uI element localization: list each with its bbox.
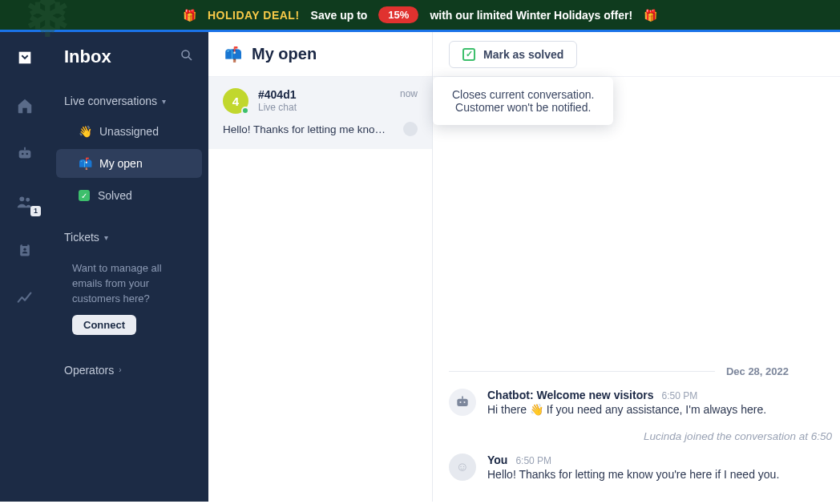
nav-item-label: Unassigned bbox=[99, 125, 159, 138]
tooltip-line1: Closes current conversation. bbox=[452, 88, 594, 101]
svg-point-1 bbox=[22, 153, 24, 155]
banner-deal: HOLIDAY DEAL! bbox=[208, 9, 300, 22]
section-operators[interactable]: Operators › bbox=[50, 356, 208, 385]
nav-item-label: My open bbox=[99, 157, 143, 170]
date-label: Dec 28, 2022 bbox=[726, 365, 789, 377]
svg-point-4 bbox=[19, 196, 24, 201]
svg-point-2 bbox=[26, 153, 28, 155]
bot-avatar bbox=[449, 389, 476, 416]
svg-point-8 bbox=[23, 248, 26, 251]
svg-point-12 bbox=[463, 401, 465, 403]
avatar: 4 bbox=[223, 88, 248, 114]
gift-icon: 🎁 bbox=[644, 9, 657, 22]
analytics-rail-icon[interactable] bbox=[15, 288, 34, 308]
section-label: Tickets bbox=[64, 231, 99, 244]
home-rail-icon[interactable] bbox=[15, 96, 34, 115]
visitors-badge: 1 bbox=[30, 206, 41, 216]
section-live-conversations[interactable]: Live conversations ▾ bbox=[50, 87, 208, 115]
message-time: 6:50 PM bbox=[661, 390, 697, 401]
snowflake-icon: ❄ bbox=[24, 0, 71, 50]
chevron-down-icon: ▾ bbox=[162, 97, 166, 106]
mark-as-solved-button[interactable]: ✓ Mark as solved bbox=[449, 41, 577, 68]
wave-icon: 👋 bbox=[79, 125, 91, 138]
conversation-item[interactable]: 4 #404d1 Live chat now Hello! Thanks for… bbox=[208, 77, 432, 149]
message-text: Hi there 👋 If you need any assistance, I… bbox=[487, 403, 832, 416]
message: ☺ You 6:50 PM Hello! Thanks for letting … bbox=[449, 454, 832, 481]
message-text: Hello! Thanks for letting me know you're… bbox=[487, 468, 832, 481]
section-tickets[interactable]: Tickets ▾ bbox=[50, 223, 208, 252]
message-author: You bbox=[487, 454, 507, 466]
visitors-rail-icon[interactable]: 1 bbox=[15, 192, 34, 212]
mark-solved-label: Mark as solved bbox=[483, 48, 563, 61]
sidebar: Inbox Live conversations ▾ 👋 Unassigned … bbox=[50, 32, 208, 502]
mailbox-icon: 📫 bbox=[224, 46, 242, 63]
svg-point-11 bbox=[459, 401, 461, 403]
conversation-name: #404d1 bbox=[258, 88, 390, 101]
chevron-down-icon: ▾ bbox=[104, 233, 108, 242]
svg-rect-0 bbox=[19, 150, 31, 158]
tickets-hint-box: Want to manage all emails from your cust… bbox=[50, 252, 208, 345]
message-time: 6:50 PM bbox=[515, 455, 551, 466]
tooltip-line2: Customer won't be notified. bbox=[452, 101, 594, 114]
mailbox-icon: 📫 bbox=[79, 157, 91, 170]
nav-solved[interactable]: ✓ Solved bbox=[56, 181, 202, 210]
banner-discount: 15% bbox=[378, 6, 418, 23]
tickets-hint: Want to manage all emails from your cust… bbox=[72, 261, 192, 307]
tiny-avatar bbox=[403, 122, 418, 136]
date-separator: Dec 28, 2022 bbox=[449, 365, 832, 377]
nav-my-open[interactable]: 📫 My open bbox=[56, 149, 202, 178]
gift-icon: 🎁 bbox=[183, 9, 196, 22]
nav-item-label: Solved bbox=[98, 189, 132, 202]
svg-rect-3 bbox=[24, 147, 26, 151]
mark-solved-tooltip: Closes current conversation. Customer wo… bbox=[433, 77, 613, 125]
conversation-preview: Hello! Thanks for letting me kno… bbox=[223, 123, 386, 135]
conversation-list: 📫 My open 4 #404d1 Live chat now Hello! … bbox=[208, 32, 433, 502]
chevron-right-icon: › bbox=[119, 365, 121, 374]
svg-point-9 bbox=[182, 50, 189, 58]
inbox-rail-icon[interactable] bbox=[15, 48, 34, 67]
list-title: My open bbox=[252, 45, 317, 63]
bot-rail-icon[interactable] bbox=[15, 144, 34, 163]
svg-rect-7 bbox=[22, 244, 28, 246]
section-label: Operators bbox=[64, 364, 114, 377]
chat-pane: ✓ Mark as solved Closes current conversa… bbox=[433, 32, 840, 502]
avatar-initial: 4 bbox=[232, 95, 239, 108]
check-icon: ✓ bbox=[79, 190, 90, 201]
banner-save: Save up to bbox=[311, 9, 368, 22]
message: Chatbot: Welcome new visitors 6:50 PM Hi… bbox=[449, 389, 832, 416]
search-icon[interactable] bbox=[180, 48, 194, 66]
conversation-time: now bbox=[400, 88, 418, 99]
user-avatar: ☺ bbox=[449, 454, 476, 481]
conversation-channel: Live chat bbox=[258, 102, 390, 113]
nav-unassigned[interactable]: 👋 Unassigned bbox=[56, 117, 202, 146]
message-author: Chatbot: Welcome new visitors bbox=[487, 389, 653, 401]
online-dot bbox=[241, 107, 249, 115]
svg-rect-10 bbox=[457, 399, 467, 406]
join-note: Lucinda joined the conversation at 6:50 bbox=[449, 430, 832, 442]
check-icon: ✓ bbox=[462, 48, 475, 61]
section-label: Live conversations bbox=[64, 95, 157, 107]
svg-point-5 bbox=[26, 198, 30, 202]
holiday-banner: ❄ 🎁 HOLIDAY DEAL! Save up to 15% with ou… bbox=[0, 0, 840, 32]
connect-button[interactable]: Connect bbox=[72, 315, 136, 335]
svg-rect-13 bbox=[462, 397, 463, 399]
banner-rest: with our limited Winter Holidays offer! bbox=[430, 9, 632, 22]
contacts-rail-icon[interactable] bbox=[15, 240, 34, 260]
nav-rail: 1 bbox=[0, 32, 50, 502]
